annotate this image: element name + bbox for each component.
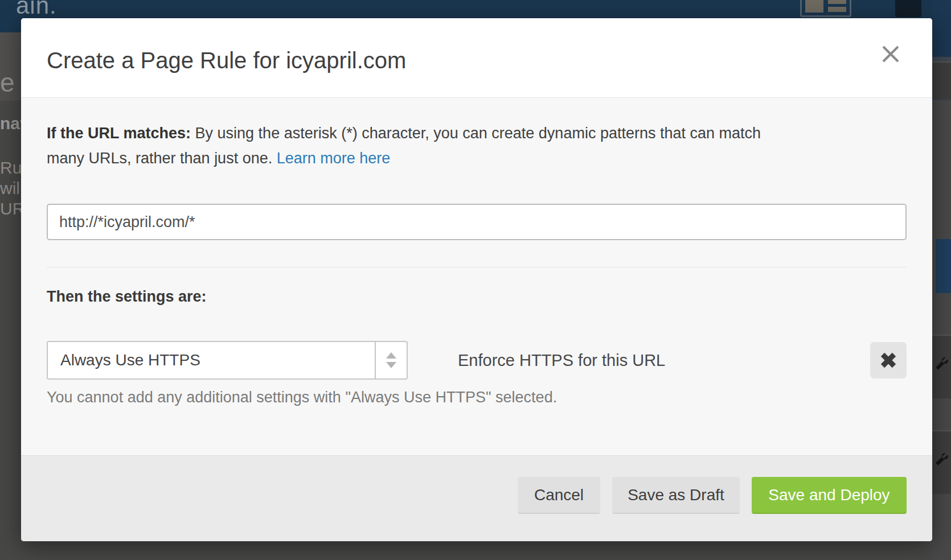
save-and-deploy-button[interactable]: Save and Deploy — [752, 477, 907, 514]
create-page-rule-modal: Create a Page Rule for icyapril.com If t… — [21, 18, 932, 541]
background-blue-button-fragment — [936, 239, 951, 293]
settings-section: Then the settings are: Always Use HTTPS … — [21, 267, 932, 406]
setting-select[interactable]: Always Use HTTPS — [47, 341, 408, 380]
setting-description: Enforce HTTPS for this URL — [458, 351, 665, 370]
close-icon — [879, 43, 902, 65]
cancel-button[interactable]: Cancel — [518, 477, 600, 514]
background-topbar-right — [932, 0, 951, 57]
background-text-fragment: Ru — [0, 158, 22, 178]
url-match-text-line1: By using the asterisk (*) character, you… — [195, 125, 761, 142]
select-stepper-icon — [375, 342, 407, 378]
setting-note: You cannot add any additional settings w… — [47, 389, 907, 406]
wrench-icon — [934, 356, 949, 371]
background-topbar-text-fragment: ain. — [16, 0, 57, 19]
settings-heading: Then the settings are: — [47, 288, 907, 306]
remove-setting-button[interactable] — [870, 342, 907, 378]
url-match-description: If the URL matches: By using the asteris… — [47, 121, 907, 171]
header-partial-icon — [895, 0, 921, 17]
background-row — [932, 61, 951, 100]
wrench-icon — [934, 452, 949, 467]
modal-footer: Cancel Save as Draft Save and Deploy — [21, 455, 932, 541]
background-text-fragment: e — [0, 67, 15, 98]
learn-more-link[interactable]: Learn more here — [277, 150, 391, 167]
chevron-up-icon — [386, 352, 396, 359]
layout-view-icon — [800, 0, 851, 17]
background-page-right-strip — [932, 0, 951, 560]
url-match-text-line2: many URLs, rather than just one. — [47, 150, 272, 167]
background-row — [932, 335, 951, 398]
modal-title: Create a Page Rule for icyapril.com — [47, 48, 406, 73]
chevron-down-icon — [386, 362, 396, 368]
save-as-draft-button[interactable]: Save as Draft — [612, 477, 740, 514]
background-row — [932, 430, 951, 494]
url-pattern-input[interactable] — [47, 204, 907, 240]
close-button[interactable] — [878, 41, 904, 67]
setting-select-value: Always Use HTTPS — [48, 342, 375, 378]
modal-header: Create a Page Rule for icyapril.com — [21, 18, 932, 98]
background-text-fragment: will — [0, 179, 24, 198]
url-match-label: If the URL matches: — [47, 125, 191, 142]
remove-x-icon — [879, 351, 897, 369]
setting-row: Always Use HTTPS Enforce HTTPS for this … — [47, 341, 907, 380]
url-match-section: If the URL matches: By using the asteris… — [21, 98, 932, 267]
